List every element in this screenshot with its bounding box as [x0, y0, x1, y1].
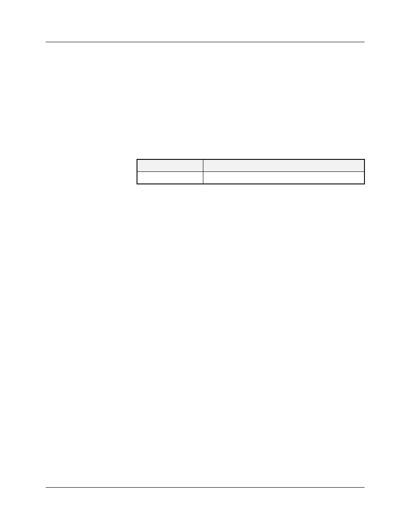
header-rule: [46, 42, 364, 42]
table-cell-1: [137, 172, 203, 184]
table-header-cell-1: [137, 159, 203, 172]
footer-rule: [46, 487, 364, 488]
table-cell-2: [203, 172, 364, 184]
content-table: [137, 159, 365, 184]
table-header-row: [137, 159, 364, 172]
table-row: [137, 172, 364, 184]
table-header-cell-2: [203, 159, 364, 172]
